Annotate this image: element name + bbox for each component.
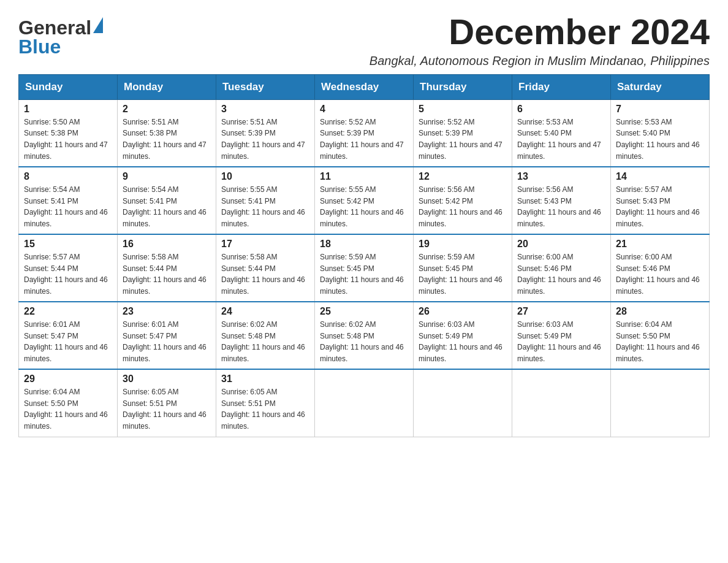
day-info: Sunrise: 6:03 AMSunset: 5:49 PMDaylight:… [419, 320, 502, 363]
day-info: Sunrise: 5:52 AMSunset: 5:39 PMDaylight:… [419, 118, 502, 161]
header-saturday: Saturday [611, 74, 710, 99]
day-info: Sunrise: 5:54 AMSunset: 5:41 PMDaylight:… [123, 185, 207, 228]
day-number: 9 [123, 171, 211, 182]
table-row: 2 Sunrise: 5:51 AMSunset: 5:38 PMDayligh… [118, 99, 216, 167]
day-number: 1 [24, 104, 112, 115]
calendar-week-row: 29 Sunrise: 6:04 AMSunset: 5:50 PMDaylig… [19, 369, 710, 437]
day-info: Sunrise: 5:55 AMSunset: 5:42 PMDaylight:… [320, 185, 404, 228]
logo: General Blue [18, 17, 103, 58]
day-info: Sunrise: 5:56 AMSunset: 5:42 PMDaylight:… [419, 185, 502, 228]
calendar-week-row: 1 Sunrise: 5:50 AMSunset: 5:38 PMDayligh… [19, 99, 710, 167]
header-tuesday: Tuesday [216, 74, 315, 99]
table-row: 3 Sunrise: 5:51 AMSunset: 5:39 PMDayligh… [216, 99, 315, 167]
day-info: Sunrise: 5:51 AMSunset: 5:39 PMDaylight:… [221, 118, 305, 161]
day-info: Sunrise: 5:53 AMSunset: 5:40 PMDaylight:… [616, 118, 700, 161]
table-row: 14 Sunrise: 5:57 AMSunset: 5:43 PMDaylig… [611, 167, 710, 234]
day-number: 22 [24, 306, 112, 317]
day-info: Sunrise: 6:01 AMSunset: 5:47 PMDaylight:… [24, 320, 108, 363]
day-info: Sunrise: 6:03 AMSunset: 5:49 PMDaylight:… [517, 320, 601, 363]
header-wednesday: Wednesday [315, 74, 414, 99]
day-info: Sunrise: 6:04 AMSunset: 5:50 PMDaylight:… [24, 388, 108, 431]
day-number: 28 [616, 306, 704, 317]
day-number: 6 [517, 104, 605, 115]
table-row: 20 Sunrise: 6:00 AMSunset: 5:46 PMDaylig… [512, 234, 611, 302]
header-friday: Friday [512, 74, 611, 99]
table-row: 19 Sunrise: 5:59 AMSunset: 5:45 PMDaylig… [414, 234, 512, 302]
table-row: 10 Sunrise: 5:55 AMSunset: 5:41 PMDaylig… [216, 167, 315, 234]
day-number: 15 [24, 239, 112, 250]
table-row: 13 Sunrise: 5:56 AMSunset: 5:43 PMDaylig… [512, 167, 611, 234]
table-row [414, 369, 512, 437]
day-info: Sunrise: 5:53 AMSunset: 5:40 PMDaylight:… [517, 118, 601, 161]
day-number: 12 [419, 171, 507, 182]
day-number: 7 [616, 104, 704, 115]
table-row: 1 Sunrise: 5:50 AMSunset: 5:38 PMDayligh… [19, 99, 118, 167]
day-number: 3 [221, 104, 309, 115]
table-row: 24 Sunrise: 6:02 AMSunset: 5:48 PMDaylig… [216, 302, 315, 369]
month-title: December 2024 [370, 12, 710, 52]
day-info: Sunrise: 6:05 AMSunset: 5:51 PMDaylight:… [221, 388, 305, 431]
table-row [611, 369, 710, 437]
day-info: Sunrise: 5:58 AMSunset: 5:44 PMDaylight:… [123, 253, 207, 296]
table-row: 15 Sunrise: 5:57 AMSunset: 5:44 PMDaylig… [19, 234, 118, 302]
day-number: 2 [123, 104, 211, 115]
day-number: 21 [616, 239, 704, 250]
table-row: 12 Sunrise: 5:56 AMSunset: 5:42 PMDaylig… [414, 167, 512, 234]
day-info: Sunrise: 5:59 AMSunset: 5:45 PMDaylight:… [320, 253, 404, 296]
day-number: 4 [320, 104, 408, 115]
table-row: 26 Sunrise: 6:03 AMSunset: 5:49 PMDaylig… [414, 302, 512, 369]
table-row: 6 Sunrise: 5:53 AMSunset: 5:40 PMDayligh… [512, 99, 611, 167]
day-number: 11 [320, 171, 408, 182]
day-info: Sunrise: 5:50 AMSunset: 5:38 PMDaylight:… [24, 118, 108, 161]
day-info: Sunrise: 6:02 AMSunset: 5:48 PMDaylight:… [221, 320, 305, 363]
logo-arrow-icon [93, 17, 103, 33]
table-row: 8 Sunrise: 5:54 AMSunset: 5:41 PMDayligh… [19, 167, 118, 234]
day-info: Sunrise: 5:57 AMSunset: 5:44 PMDaylight:… [24, 253, 108, 296]
calendar-week-row: 15 Sunrise: 5:57 AMSunset: 5:44 PMDaylig… [19, 234, 710, 302]
table-row: 25 Sunrise: 6:02 AMSunset: 5:48 PMDaylig… [315, 302, 414, 369]
day-number: 26 [419, 306, 507, 317]
calendar-week-row: 22 Sunrise: 6:01 AMSunset: 5:47 PMDaylig… [19, 302, 710, 369]
table-row: 23 Sunrise: 6:01 AMSunset: 5:47 PMDaylig… [118, 302, 216, 369]
day-info: Sunrise: 6:04 AMSunset: 5:50 PMDaylight:… [616, 320, 700, 363]
day-number: 19 [419, 239, 507, 250]
table-row: 9 Sunrise: 5:54 AMSunset: 5:41 PMDayligh… [118, 167, 216, 234]
table-row: 4 Sunrise: 5:52 AMSunset: 5:39 PMDayligh… [315, 99, 414, 167]
calendar-header-row: Sunday Monday Tuesday Wednesday Thursday… [19, 74, 710, 99]
table-row: 7 Sunrise: 5:53 AMSunset: 5:40 PMDayligh… [611, 99, 710, 167]
table-row: 31 Sunrise: 6:05 AMSunset: 5:51 PMDaylig… [216, 369, 315, 437]
day-number: 18 [320, 239, 408, 250]
day-info: Sunrise: 5:59 AMSunset: 5:45 PMDaylight:… [419, 253, 502, 296]
day-number: 24 [221, 306, 309, 317]
table-row: 16 Sunrise: 5:58 AMSunset: 5:44 PMDaylig… [118, 234, 216, 302]
table-row: 22 Sunrise: 6:01 AMSunset: 5:47 PMDaylig… [19, 302, 118, 369]
day-info: Sunrise: 6:00 AMSunset: 5:46 PMDaylight:… [616, 253, 700, 296]
table-row: 29 Sunrise: 6:04 AMSunset: 5:50 PMDaylig… [19, 369, 118, 437]
day-number: 17 [221, 239, 309, 250]
day-info: Sunrise: 6:05 AMSunset: 5:51 PMDaylight:… [123, 388, 207, 431]
header-sunday: Sunday [19, 74, 118, 99]
day-number: 23 [123, 306, 211, 317]
day-info: Sunrise: 6:02 AMSunset: 5:48 PMDaylight:… [320, 320, 404, 363]
table-row: 28 Sunrise: 6:04 AMSunset: 5:50 PMDaylig… [611, 302, 710, 369]
day-number: 10 [221, 171, 309, 182]
day-number: 14 [616, 171, 704, 182]
day-number: 29 [24, 373, 112, 385]
table-row: 30 Sunrise: 6:05 AMSunset: 5:51 PMDaylig… [118, 369, 216, 437]
subtitle: Bangkal, Autonomous Region in Muslim Min… [370, 54, 710, 68]
table-row: 18 Sunrise: 5:59 AMSunset: 5:45 PMDaylig… [315, 234, 414, 302]
day-number: 5 [419, 104, 507, 115]
day-info: Sunrise: 5:57 AMSunset: 5:43 PMDaylight:… [616, 185, 700, 228]
day-number: 27 [517, 306, 605, 317]
header-thursday: Thursday [414, 74, 512, 99]
logo-blue: Blue [18, 36, 61, 58]
day-info: Sunrise: 5:51 AMSunset: 5:38 PMDaylight:… [123, 118, 207, 161]
day-number: 20 [517, 239, 605, 250]
day-info: Sunrise: 5:56 AMSunset: 5:43 PMDaylight:… [517, 185, 601, 228]
day-number: 13 [517, 171, 605, 182]
table-row: 11 Sunrise: 5:55 AMSunset: 5:42 PMDaylig… [315, 167, 414, 234]
header-monday: Monday [118, 74, 216, 99]
day-number: 25 [320, 306, 408, 317]
table-row [315, 369, 414, 437]
day-info: Sunrise: 5:52 AMSunset: 5:39 PMDaylight:… [320, 118, 404, 161]
